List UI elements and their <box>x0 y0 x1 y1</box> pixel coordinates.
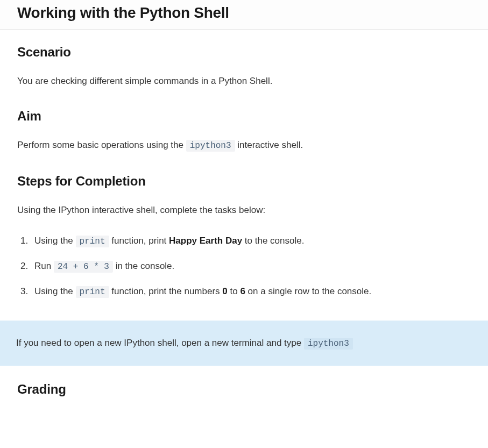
note-box: If you need to open a new IPython shell,… <box>0 321 488 366</box>
step-text: function, print <box>109 236 169 246</box>
steps-intro: Using the IPython interactive shell, com… <box>17 203 471 217</box>
page-content: Scenario You are checking different simp… <box>0 30 488 300</box>
note-text: If you need to open a new IPython shell,… <box>16 338 304 348</box>
scenario-text: You are checking different simple comman… <box>17 74 471 88</box>
steps-heading: Steps for Completion <box>17 174 471 189</box>
grading-heading: Grading <box>17 382 471 397</box>
step-code: print <box>76 286 109 298</box>
step-bold: Happy Earth Day <box>169 236 242 246</box>
step-text: on a single row to the console. <box>245 286 371 296</box>
scenario-section: Scenario You are checking different simp… <box>17 45 471 88</box>
scenario-heading: Scenario <box>17 45 471 60</box>
aim-code: ipython3 <box>186 140 235 152</box>
note-code: ipython3 <box>304 338 353 350</box>
aim-section: Aim Perform some basic operations using … <box>17 109 471 153</box>
grading-section: Grading <box>0 366 488 397</box>
step-bold: 6 <box>240 286 245 296</box>
step-text: Run <box>34 261 54 271</box>
step-text: Using the <box>34 236 76 246</box>
step-text: to <box>228 286 241 296</box>
aim-text: Perform some basic operations using the … <box>17 138 471 153</box>
page-header: Working with the Python Shell <box>0 0 488 30</box>
steps-list: Using the print function, print Happy Ea… <box>17 233 471 300</box>
step-item: Run 24 + 6 * 3 in the console. <box>34 259 471 274</box>
step-code: 24 + 6 * 3 <box>54 261 113 273</box>
aim-text-after: interactive shell. <box>235 140 303 150</box>
step-text: Using the <box>34 286 76 296</box>
steps-section: Steps for Completion Using the IPython i… <box>17 174 471 300</box>
step-text: to the console. <box>242 236 304 246</box>
step-item: Using the print function, print Happy Ea… <box>34 233 471 249</box>
step-text: in the console. <box>113 261 174 271</box>
aim-heading: Aim <box>17 109 471 124</box>
step-item: Using the print function, print the numb… <box>34 284 471 300</box>
aim-text-before: Perform some basic operations using the <box>17 140 186 150</box>
step-text: function, print the numbers <box>109 286 223 296</box>
step-bold: 0 <box>222 286 227 296</box>
step-code: print <box>76 236 109 247</box>
page-title: Working with the Python Shell <box>17 4 471 22</box>
